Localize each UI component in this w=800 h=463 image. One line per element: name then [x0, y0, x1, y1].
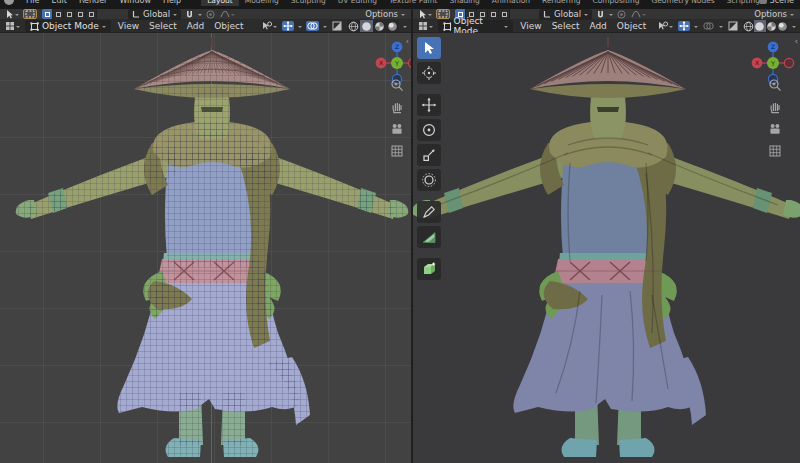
shading-rendered-button[interactable] — [777, 20, 788, 32]
menu-view[interactable]: View — [115, 21, 142, 31]
menu-object[interactable]: Object — [614, 21, 649, 31]
tool-annotate-button[interactable] — [417, 201, 441, 223]
tool-move-button[interactable] — [417, 94, 441, 116]
box-select-tool-button[interactable] — [23, 9, 37, 19]
character-model-solid[interactable] — [413, 33, 800, 463]
select-mode-extend-button[interactable] — [53, 9, 64, 19]
cursor-3d-icon — [421, 65, 437, 81]
transform-orientation-dropdown[interactable]: Global — [128, 9, 181, 20]
select-mode-invert-button[interactable] — [75, 9, 86, 19]
box-select-tool-button[interactable] — [436, 9, 450, 19]
sidebar-toggle-chevron[interactable]: ‹ — [405, 37, 409, 46]
tool-rotate-button[interactable] — [417, 119, 441, 141]
proportional-falloff-dropdown[interactable] — [219, 9, 236, 19]
menu-help[interactable]: Help — [157, 0, 187, 5]
select-mode-intersect-button[interactable] — [86, 9, 97, 19]
editor-type-dropdown[interactable] — [417, 21, 434, 31]
scene-selector[interactable]: Scene — [759, 0, 796, 5]
overlays-toggle[interactable] — [306, 21, 319, 31]
tool-measure-button[interactable] — [417, 226, 441, 248]
menu-file[interactable]: File — [20, 0, 45, 5]
tab-shading[interactable]: Shading — [443, 0, 485, 6]
tab-sculpting[interactable]: Sculpting — [285, 0, 332, 6]
menu-window[interactable]: Window — [113, 0, 157, 5]
character-model-wireframe[interactable] — [0, 33, 411, 463]
shading-solid-button[interactable] — [754, 20, 765, 32]
tab-compositing[interactable]: Compositing — [586, 0, 645, 6]
tab-scripting[interactable]: Scripting — [721, 0, 759, 6]
wireframe-sphere-icon — [743, 21, 754, 32]
show-object-types-dropdown[interactable] — [657, 21, 674, 31]
camera-view-icon[interactable] — [390, 122, 404, 136]
sidebar-toggle-chevron[interactable]: ‹ — [794, 37, 798, 46]
shading-wireframe-button[interactable] — [743, 20, 754, 32]
menu-add[interactable]: Add — [184, 21, 207, 31]
viewport-right-canvas[interactable]: XZY ‹ — [413, 33, 800, 463]
xray-toggle[interactable] — [727, 21, 739, 31]
select-mode-subtract-button[interactable] — [64, 9, 75, 19]
gizmos-dropdown[interactable] — [694, 26, 698, 30]
select-mode-set-button[interactable] — [42, 9, 53, 19]
active-tool-dropdown[interactable] — [417, 9, 433, 19]
tab-geometry-nodes[interactable]: Geometry Nodes — [645, 0, 720, 6]
gizmos-dropdown[interactable] — [298, 26, 302, 30]
orientation-label: Global — [554, 9, 581, 19]
snapping-dropdown[interactable] — [198, 14, 202, 18]
viewport-left-canvas[interactable]: XZY ‹ — [0, 33, 411, 463]
tab-rendering[interactable]: Rendering — [536, 0, 586, 6]
pan-hand-icon[interactable] — [390, 100, 404, 114]
overlays-toggle[interactable] — [702, 21, 715, 31]
menu-edit[interactable]: Edit — [45, 0, 73, 5]
snapping-magnet-toggle[interactable] — [595, 9, 606, 19]
proportional-editing-toggle[interactable] — [205, 9, 216, 19]
shading-rendered-button[interactable] — [386, 20, 399, 32]
shading-dropdown[interactable] — [403, 26, 407, 30]
gizmos-toggle[interactable] — [678, 21, 690, 31]
menu-render[interactable]: Render — [73, 0, 113, 5]
menu-object[interactable]: Object — [211, 21, 246, 31]
proportional-editing-toggle[interactable] — [616, 9, 627, 19]
snapping-magnet-toggle[interactable] — [184, 9, 195, 19]
proportional-falloff-dropdown[interactable] — [630, 9, 647, 19]
mode-dropdown[interactable]: Object Mode — [438, 20, 513, 32]
shading-solid-button[interactable] — [360, 20, 373, 32]
tab-uv-editing[interactable]: UV Editing — [332, 0, 383, 6]
tab-texture-paint[interactable]: Texture Paint — [383, 0, 443, 6]
zoom-icon[interactable] — [768, 78, 782, 92]
options-dropdown[interactable]: Options — [754, 9, 796, 19]
camera-view-icon[interactable] — [768, 122, 782, 136]
tab-animation[interactable]: Animation — [486, 0, 536, 6]
zoom-icon[interactable] — [390, 78, 404, 92]
tool-cursor-button[interactable] — [417, 62, 441, 84]
pan-hand-icon[interactable] — [768, 100, 782, 114]
shading-material-button[interactable] — [766, 20, 777, 32]
menu-add[interactable]: Add — [586, 21, 609, 31]
tool-scale-button[interactable] — [417, 144, 441, 166]
shading-material-button[interactable] — [373, 20, 386, 32]
gizmos-toggle[interactable] — [282, 21, 294, 31]
menu-select[interactable]: Select — [549, 21, 583, 31]
shading-dropdown[interactable] — [792, 26, 796, 30]
tab-layout[interactable]: Layout — [201, 0, 239, 6]
snapping-dropdown[interactable] — [609, 14, 613, 18]
xray-toggle[interactable] — [331, 21, 343, 31]
editor-type-dropdown[interactable] — [4, 21, 21, 31]
overlays-dropdown[interactable] — [719, 26, 723, 30]
tool-transform-button[interactable] — [417, 169, 441, 191]
svg-text:Z: Z — [395, 43, 399, 50]
blender-logo-icon[interactable] — [4, 0, 14, 5]
tab-modeling[interactable]: Modeling — [239, 0, 285, 6]
menu-view[interactable]: View — [517, 21, 544, 31]
mode-dropdown[interactable]: Object Mode — [25, 20, 111, 32]
ortho-grid-icon[interactable] — [390, 144, 404, 158]
show-object-types-dropdown[interactable] — [261, 21, 278, 31]
shading-wireframe-button[interactable] — [347, 20, 360, 32]
menu-select[interactable]: Select — [146, 21, 180, 31]
overlays-dropdown[interactable] — [323, 26, 327, 30]
ortho-grid-icon[interactable] — [768, 144, 782, 158]
tool-select-box-button[interactable] — [417, 37, 441, 59]
transform-orientation-dropdown[interactable]: Global — [539, 9, 592, 20]
options-dropdown[interactable]: Options — [365, 9, 407, 19]
active-tool-dropdown[interactable] — [4, 9, 20, 19]
tool-add-primitive-button[interactable] — [417, 258, 441, 280]
